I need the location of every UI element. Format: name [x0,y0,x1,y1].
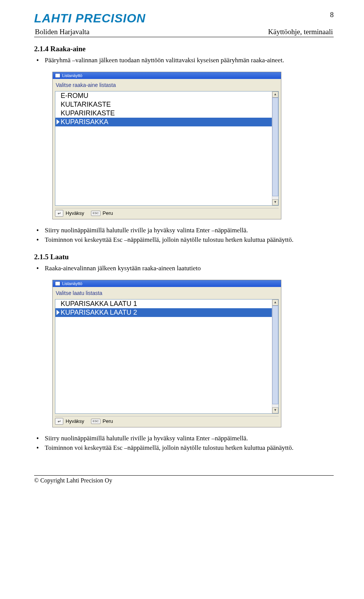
scrollbar[interactable]: ▲ ▼ [272,91,278,205]
svg-marker-0 [56,119,60,125]
scroll-down-button[interactable]: ▼ [272,199,278,205]
accept-button[interactable]: ↵ Hyväksy [55,210,84,217]
enter-key-icon: ↵ [55,418,63,425]
scroll-thumb[interactable] [272,306,278,404]
list-item-selected[interactable]: KUPARISAKKA [55,118,272,126]
window-title: Listanäyttö [62,73,82,78]
esc-key-icon: ESC [91,419,100,424]
cancel-label: Peru [103,418,113,424]
listbox[interactable]: E-ROMU KULTARIKASTE KUPARIRIKASTE KUPARI… [55,91,279,206]
listbox[interactable]: KUPARISAKKA LAATU 1 KUPARISAKKA LAATU 2 … [55,299,279,414]
instruction-bullet: Toiminnon voi keskeyttää Esc –näppäimell… [34,236,334,244]
scroll-thumb[interactable] [272,98,278,196]
window-icon [55,281,60,286]
list-item[interactable]: E-ROMU [55,91,272,100]
cancel-button[interactable]: ESC Peru [91,210,113,216]
cancel-button[interactable]: ESC Peru [91,418,113,424]
accept-label: Hyväksy [66,418,84,424]
instruction-bullet: Siirry nuolinäppäimillä halutulle rivill… [34,226,334,235]
list-item[interactable]: KULTARIKASTE [55,100,272,109]
accept-button[interactable]: ↵ Hyväksy [55,418,84,425]
section-heading-laatu: 2.1.5 Laatu [34,253,334,261]
company-logo: LAHTI PRECISION [34,11,334,25]
list-item-label: KUPARISAKKA LAATU 2 [61,309,137,316]
window-titlebar: Listanäyttö [53,72,281,79]
listbox-window-raaka-aine: Listanäyttö Valitse raaka-aine listasta … [52,72,281,219]
copyright-text: © Copyright Lahti Precision Oy [34,477,334,484]
instruction-bullet: Toiminnon voi keskeyttää Esc –näppäimell… [34,444,334,452]
accept-label: Hyväksy [66,210,84,216]
scroll-down-button[interactable]: ▼ [272,407,278,413]
list-item[interactable]: KUPARISAKKA LAATU 1 [55,300,272,308]
list-item-label: KUPARISAKKA [61,118,108,126]
intro-bullet-2: Raaka-ainevalinnan jälkeen kysytään raak… [34,264,334,273]
page-number: 8 [330,11,334,19]
window-title: Listanäyttö [62,281,82,286]
list-item-selected[interactable]: KUPARISAKKA LAATU 2 [55,308,272,317]
scrollbar[interactable]: ▲ ▼ [272,300,278,413]
window-icon [55,73,60,78]
window-titlebar: Listanäyttö [53,280,281,287]
instruction-bullet: Siirry nuolinäppäimillä halutulle rivill… [34,434,334,443]
window-prompt: Valitse laatu listasta [56,290,278,296]
scroll-up-button[interactable]: ▲ [272,300,278,306]
header-right: Käyttöohje, terminaali [268,28,333,36]
footer-divider [34,475,334,476]
selection-caret-icon [56,119,60,125]
list-item[interactable]: KUPARIRIKASTE [55,109,272,118]
esc-key-icon: ESC [91,211,100,216]
selection-caret-icon [56,310,60,315]
listbox-window-laatu: Listanäyttö Valitse laatu listasta KUPAR… [52,280,281,427]
enter-key-icon: ↵ [55,210,63,217]
section-heading-raaka-aine: 2.1.4 Raaka-aine [34,45,334,53]
scroll-up-button[interactable]: ▲ [272,91,278,98]
cancel-label: Peru [103,210,113,216]
header-left: Boliden Harjavalta [35,28,89,36]
header-divider [34,37,334,37]
window-prompt: Valitse raaka-aine listasta [56,82,278,88]
svg-marker-1 [56,310,60,315]
intro-bullet-1: Pääryhmä –valinnan jälkeen tuodaan näytt… [34,56,334,65]
